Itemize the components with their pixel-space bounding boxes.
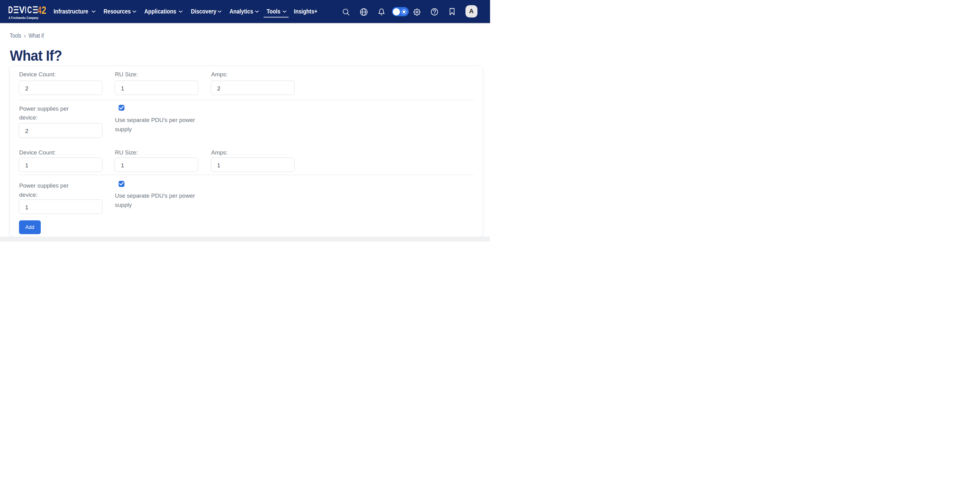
svg-text:C: C: [27, 6, 32, 14]
svg-text:D: D: [9, 6, 13, 14]
svg-text:4: 4: [37, 6, 41, 14]
svg-text:V: V: [19, 6, 25, 14]
svg-text:2: 2: [41, 6, 46, 14]
svg-text:I: I: [25, 6, 26, 14]
